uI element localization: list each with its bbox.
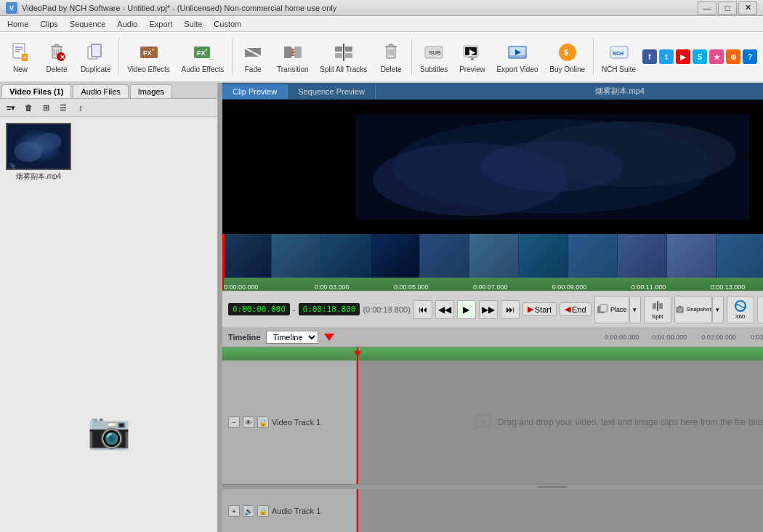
menu-custom[interactable]: Custom [208, 16, 247, 31]
svg-marker-31 [291, 47, 294, 57]
file-grid: 📎 烟雾副本.mp4 [0, 117, 217, 331]
delete-label: Delete [47, 65, 68, 73]
track-lock-btn[interactable]: 🔒 [257, 416, 269, 428]
transition-icon [281, 41, 304, 64]
snapshot-button[interactable]: Snapshot [674, 296, 712, 323]
delete2-button[interactable]: Delete [374, 34, 408, 79]
buy-online-button[interactable]: $ Buy Online [544, 34, 590, 79]
preview-section: Clip Preview Sequence Preview 烟雾副本.mp4 ✕ [222, 83, 763, 327]
split-button[interactable]: Split [644, 296, 671, 323]
video-effects-button[interactable]: FX▾ Video Effects [122, 34, 174, 79]
duplicate-icon [84, 41, 108, 64]
delete2-icon [379, 41, 403, 64]
video-preview-area [222, 100, 763, 234]
menu-suite[interactable]: Suite [178, 16, 208, 31]
vr360-button[interactable]: 360 [727, 296, 754, 323]
view-dropdown-btn[interactable]: ≡▾ [3, 100, 19, 115]
title-bar-title: VideoPad by NCH Software - Untitled.vpj*… [22, 4, 336, 12]
split-label: Split [652, 313, 663, 320]
skip-to-end-button[interactable]: ⏭ [501, 300, 520, 319]
youtube-icon[interactable]: ▶ [676, 49, 690, 64]
end-marker-button[interactable]: ◀ End [560, 302, 592, 316]
svg-rect-39 [389, 44, 393, 47]
video-effects-icon: FX▾ [137, 41, 161, 64]
skype-icon[interactable]: S [693, 49, 707, 64]
video-preview-display [222, 100, 763, 234]
maximize-button[interactable]: □ [718, 1, 737, 15]
svg-rect-76 [678, 305, 681, 307]
sep4 [593, 39, 594, 75]
timeline-dropdown[interactable]: Timeline [266, 331, 318, 344]
menu-bar: Home Clips Sequence Audio Export Suite C… [0, 16, 763, 32]
split-all-tracks-button[interactable]: Split All Tracks [315, 34, 372, 79]
snapshot-dropdown-button[interactable]: ▾ [712, 296, 724, 323]
menu-export[interactable]: Export [143, 16, 178, 31]
nch-suite-button[interactable]: NCH NCH Suite [597, 34, 641, 79]
tab-audio-files[interactable]: Audio Files [73, 84, 128, 98]
track-playhead-line [357, 360, 358, 484]
svg-text:SUB: SUB [429, 49, 441, 56]
list-view-btn[interactable]: ☰ [55, 100, 71, 115]
tab-sequence-preview[interactable]: Sequence Preview [288, 84, 376, 99]
delete-file-btn[interactable]: 🗑 [20, 100, 36, 115]
toolbar: + New ✕ Delete Duplicate FX▾ Video Effec… [0, 32, 763, 83]
track-minus-btn[interactable]: − [228, 416, 240, 428]
audio-track-lock-btn[interactable]: 🔒 [257, 505, 269, 517]
place-dropdown-button[interactable]: ▾ [629, 296, 641, 323]
file-item[interactable]: 📎 烟雾副本.mp4 [6, 123, 71, 182]
preview-label: Preview [459, 65, 485, 73]
close-button[interactable]: ✕ [738, 1, 757, 15]
track-eye-btn[interactable]: 👁 [243, 416, 254, 428]
drop-hint-text: Drag and drop your video, text and image… [498, 417, 763, 427]
preview-timeline-ruler[interactable]: 0:00:00.000 0:00:03.000 0:00:05.000 0:00… [222, 278, 763, 291]
minimize-button[interactable]: — [698, 1, 716, 15]
menu-audio[interactable]: Audio [111, 16, 143, 31]
fade-button[interactable]: Fade [235, 34, 270, 79]
preview-button[interactable]: Preview [454, 34, 490, 79]
filmstrip-frames [222, 234, 763, 278]
tab-clip-preview[interactable]: Clip Preview [222, 84, 288, 99]
duplicate-button[interactable]: Duplicate [76, 34, 116, 79]
play-button[interactable]: ▶ [457, 300, 476, 319]
audio-effects-label: Audio Effects [182, 65, 225, 73]
dribbble-icon[interactable]: ★ [709, 49, 724, 64]
buy-online-label: Buy Online [549, 65, 585, 73]
rss-icon[interactable]: ⊕ [726, 49, 740, 64]
menu-clips[interactable]: Clips [34, 16, 63, 31]
sort-btn[interactable]: ↕ [73, 100, 89, 115]
audio-effects-button[interactable]: FX▾… Audio Effects [177, 34, 229, 79]
skip-to-start-button[interactable]: ⏮ [413, 300, 432, 319]
subtitles-button[interactable]: SUB Subtitles [415, 34, 453, 79]
timeline-playhead-marker [324, 334, 334, 341]
grid-view-btn[interactable]: ⊞ [38, 100, 54, 115]
timeline-green-ruler[interactable] [222, 347, 763, 360]
audio-track-plus-btn[interactable]: + [228, 505, 240, 517]
menu-home[interactable]: Home [1, 16, 34, 31]
twitter-icon[interactable]: t [659, 49, 674, 64]
svg-rect-36 [345, 53, 352, 58]
facebook-icon[interactable]: f [642, 49, 657, 64]
audio-track-content[interactable] [357, 489, 763, 532]
video-track-content[interactable]: Drag and drop your video, text and image… [357, 360, 763, 484]
svg-text:NCH: NCH [613, 51, 623, 56]
info-icon[interactable]: ? [743, 49, 757, 64]
tab-video-files[interactable]: Video Files (1) [1, 84, 71, 98]
export-video-button[interactable]: Export Video [492, 34, 544, 79]
step-back-button[interactable]: ◀◀ [435, 300, 454, 319]
preview-icon [461, 41, 484, 64]
step-forward-button[interactable]: ▶▶ [479, 300, 498, 319]
zoom-out-button[interactable]: 🔍 [757, 296, 763, 323]
new-button[interactable]: + New [3, 34, 38, 79]
video-track-name: Video Track 1 [272, 418, 320, 427]
delete-button[interactable]: ✕ Delete [39, 34, 74, 79]
tab-images[interactable]: Images [130, 84, 172, 98]
camera-placeholder-icon: 📷 [87, 411, 131, 451]
menu-sequence[interactable]: Sequence [64, 16, 112, 31]
file-name: 烟雾副本.mp4 [6, 172, 71, 182]
file-toolbar: ≡▾ 🗑 ⊞ ☰ ↕ [0, 99, 217, 117]
start-marker-button[interactable]: ▶ Start [522, 302, 557, 316]
transition-button[interactable]: Transition [272, 34, 313, 79]
place-button[interactable]: Place [594, 296, 629, 323]
svg-rect-49 [471, 58, 474, 60]
audio-track-speaker-btn[interactable]: 🔊 [243, 505, 254, 517]
